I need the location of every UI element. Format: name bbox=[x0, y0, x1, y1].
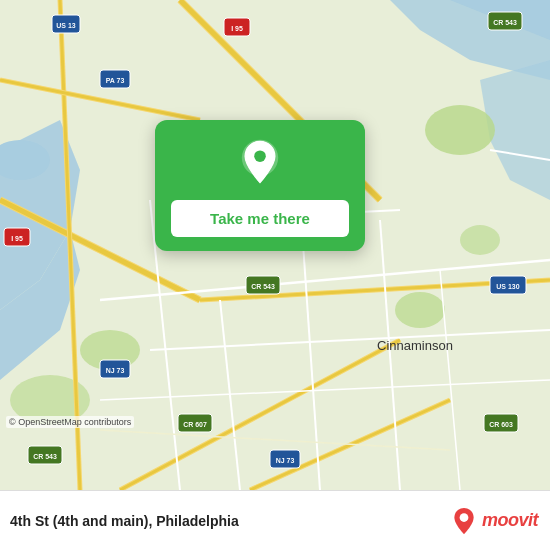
svg-text:US 130: US 130 bbox=[496, 283, 519, 290]
svg-text:I 95: I 95 bbox=[231, 25, 243, 32]
svg-text:US 13: US 13 bbox=[56, 22, 76, 29]
moovit-logo: moovit bbox=[450, 507, 538, 535]
svg-text:Cinnaminson: Cinnaminson bbox=[377, 338, 453, 353]
svg-text:CR 543: CR 543 bbox=[33, 453, 57, 460]
moovit-brand-icon bbox=[450, 507, 478, 535]
location-title: 4th St (4th and main), Philadelphia bbox=[10, 513, 239, 529]
svg-text:CR 603: CR 603 bbox=[489, 421, 513, 428]
svg-text:NJ 73: NJ 73 bbox=[106, 367, 125, 374]
svg-text:CR 543: CR 543 bbox=[493, 19, 517, 26]
svg-text:CR 543: CR 543 bbox=[251, 283, 275, 290]
moovit-brand-text: moovit bbox=[482, 510, 538, 531]
svg-point-7 bbox=[425, 105, 495, 155]
svg-text:I 95: I 95 bbox=[11, 235, 23, 242]
svg-point-9 bbox=[395, 292, 445, 328]
svg-point-63 bbox=[254, 150, 266, 162]
location-pin-icon bbox=[236, 138, 284, 186]
map-container: US 13 I 95 PA 73 I 95 CR 543 CR 543 US 1… bbox=[0, 0, 550, 490]
bottom-bar: 4th St (4th and main), Philadelphia moov… bbox=[0, 490, 550, 550]
popup-card: Take me there bbox=[155, 120, 365, 251]
svg-text:NJ 73: NJ 73 bbox=[276, 457, 295, 464]
svg-text:CR 607: CR 607 bbox=[183, 421, 207, 428]
location-info: 4th St (4th and main), Philadelphia bbox=[10, 513, 239, 529]
svg-text:PA 73: PA 73 bbox=[106, 77, 125, 84]
svg-point-11 bbox=[460, 225, 500, 255]
take-me-there-button[interactable]: Take me there bbox=[171, 200, 349, 237]
svg-point-64 bbox=[460, 513, 469, 522]
osm-credit: © OpenStreetMap contributors bbox=[6, 416, 134, 428]
